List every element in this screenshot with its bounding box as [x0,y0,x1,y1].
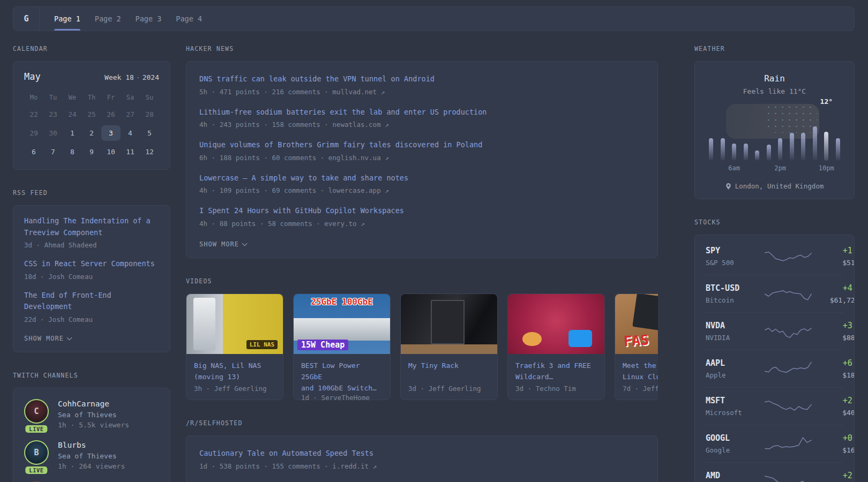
stock-sparkline [764,360,813,378]
stocks-section-label: STOCKS [694,219,855,226]
video-card[interactable]: 25GbE 100GbE 15W Cheap BEST Low Power 25… [293,293,391,400]
stock-id: GOOGL Google [706,433,764,454]
hackernews-item-title[interactable]: DNS traffic can leak outside the VPN tun… [199,73,645,85]
calendar-day: 9 [82,144,101,160]
stock-symbol: BTC-USD [706,283,764,293]
rss-item-title[interactable]: The End of Front-End Development [24,290,159,313]
stock-id: SPY S&P 500 [706,246,764,267]
calendar-day: 30 [43,125,63,141]
nav-tab[interactable]: Page 4 [176,7,202,31]
stock-row[interactable]: AMD AMD +2.94% $150.45 [706,462,843,482]
stock-id: MSFT Microsoft [706,396,764,417]
stock-sparkline [764,472,813,482]
stock-id: NVDA NVIDIA [706,321,764,342]
rss-item-title[interactable]: Handling The Indentation of a Treeview C… [24,215,159,238]
selfhosted-widget: Cautionary Tale on Automated Speed Tests… [186,435,658,482]
nav-tabs: Page 1 Page 2 Page 3 Page 4 [54,7,202,31]
stock-row[interactable]: AAPL Apple +6.87% $184.91 [706,350,843,387]
hackernews-item-meta: 4h · 88 points · 58 comments · every.to … [199,220,645,228]
video-card[interactable]: LIL NAS Big NAS, Lil NAS (moving 13) 3h … [186,293,283,400]
stock-symbol: AMD [706,471,764,480]
video-meta: 3d · Techno Tim [515,385,597,393]
video-title[interactable]: Traefik 3 and FREE Wildcard… [515,360,597,383]
video-title[interactable]: Meet the Linux Clu [623,360,658,383]
stock-price: $184.91 [813,371,855,379]
video-thumbnail[interactable]: 25GbE 100GbE 15W Cheap [294,294,390,354]
video-card[interactable]: My Tiny Rack 3d · Jeff Geerling [400,293,498,400]
video-text: Meet the Linux Clu 7d · Jeff Geerling [615,354,658,400]
calendar-weekday: Su [140,92,159,103]
hackernews-item: I Spent 24 Hours with GitHub Copilot Wor… [199,205,645,228]
weather-hour-bar [767,109,771,161]
stock-row[interactable]: BTC-USD Bitcoin +4.40% $61,725.48 [706,275,843,312]
video-title[interactable]: BEST Low Power 25GbE and 100GbE Switch… [301,360,383,394]
stock-name: Microsoft [706,409,764,417]
stock-row[interactable]: SPY S&P 500 +1.29% $511.57 [706,238,843,275]
hackernews-item-title[interactable]: Lithium-free sodium batteries exit the l… [199,107,645,118]
stock-row[interactable]: MSFT Microsoft +2.16% $406.43 [706,387,843,425]
calendar-day: 11 [121,144,140,160]
rss-item-title[interactable]: CSS in React Server Components [24,258,159,270]
weather-section: WEATHER Rain Feels like 11°C [694,45,855,199]
nav-tab[interactable]: Page 2 [95,7,121,31]
calendar-weekday: Fr [101,92,121,103]
twitch-channel-row[interactable]: B LIVE Blurbs Sea of Thieves 1h · 264 vi… [24,440,159,470]
calendar-weekday: We [63,92,82,103]
stock-change-percent: +2.94% [813,471,855,480]
stock-row[interactable]: NVDA NVIDIA +3.52% $888.40 [706,312,843,350]
hackernews-item-title[interactable]: I Spent 24 Hours with GitHub Copilot Wor… [199,205,645,217]
video-thumbnail[interactable] [401,294,497,354]
stock-price: $166.78 [813,446,855,454]
hackernews-item-title[interactable]: Lowercase – A simple way to take and sha… [199,172,645,184]
weather-hour-bar: 6am [732,109,736,161]
channel-name[interactable]: CohhCarnage [58,400,129,408]
weather-hour-bar [790,109,794,161]
nav-tab[interactable]: Page 1 [54,7,80,31]
stock-values: +3.52% $888.40 [813,321,855,342]
video-card[interactable]: FAS Meet the Linux Clu 7d · Jeff Geerlin… [615,293,658,400]
hackernews-item-meta: 5h · 471 points · 216 comments · mullvad… [199,88,645,96]
weather-hour-bar [813,109,817,161]
video-text: Traefik 3 and FREE Wildcard… 3d · Techno… [508,354,604,400]
stock-name: NVIDIA [706,334,764,342]
channel-name[interactable]: Blurbs [58,441,125,449]
stock-values: +0.10% $166.78 [813,433,855,454]
calendar-section: CALENDAR May Week 18·2024 Mo Tu [13,45,170,170]
video-thumbnail[interactable]: FAS [615,294,658,354]
stock-price: $61,725.48 [813,296,855,304]
right-column: WEATHER Rain Feels like 11°C [694,45,855,482]
calendar-day: 29 [24,125,43,141]
twitch-section-label: TWITCH CHANNELS [13,372,170,379]
channel-avatar: B [24,440,49,465]
hackernews-show-more-button[interactable]: SHOW MORE [199,240,246,248]
stock-price: $888.40 [813,334,855,342]
stock-name: Apple [706,371,764,379]
hackernews-item-title[interactable]: Unique volumes of Brothers Grimm fairy t… [199,139,645,151]
weather-axis-label: 6am [728,164,740,172]
weather-hour-bar [744,109,748,161]
app-logo[interactable]: G [13,7,40,31]
top-nav: G Page 1 Page 2 Page 3 Page 4 [13,6,855,31]
video-title[interactable]: My Tiny Rack [408,360,490,372]
dashboard-page: G Page 1 Page 2 Page 3 Page 4 [0,0,868,482]
channel-category: Sea of Thieves [58,452,125,460]
rss-show-more-button[interactable]: SHOW MORE [24,335,71,342]
calendar-day: 1 [63,125,82,141]
video-thumbnail[interactable]: LIL NAS [186,294,283,354]
nav-tab[interactable]: Page 3 [136,7,162,31]
video-thumbnail[interactable] [508,294,604,354]
channel-info: Blurbs Sea of Thieves 1h · 264 viewers [58,440,125,470]
video-title[interactable]: Big NAS, Lil NAS (moving 13) [194,360,275,383]
video-card[interactable]: Traefik 3 and FREE Wildcard… 3d · Techno… [507,293,605,400]
weather-section-label: WEATHER [694,45,855,52]
rss-item: Handling The Indentation of a Treeview C… [24,215,159,249]
calendar-day: 25 [82,107,101,122]
stock-row[interactable]: GOOGL Google +0.10% $166.78 [706,425,843,462]
twitch-section: TWITCH CHANNELS C LIVE CohhCarnage [13,372,170,482]
hackernews-item-meta: 4h · 243 points · 158 comments · newatla… [199,120,645,129]
videos-row: LIL NAS Big NAS, Lil NAS (moving 13) 3h … [186,293,658,400]
rss-item: The End of Front-End Development 22d · J… [24,290,159,323]
selfhosted-item-title[interactable]: Cautionary Tale on Automated Speed Tests [199,448,645,460]
twitch-channel-row[interactable]: C LIVE CohhCarnage Sea of Thieves 1h · 5… [24,399,159,429]
stock-sparkline [764,322,813,341]
